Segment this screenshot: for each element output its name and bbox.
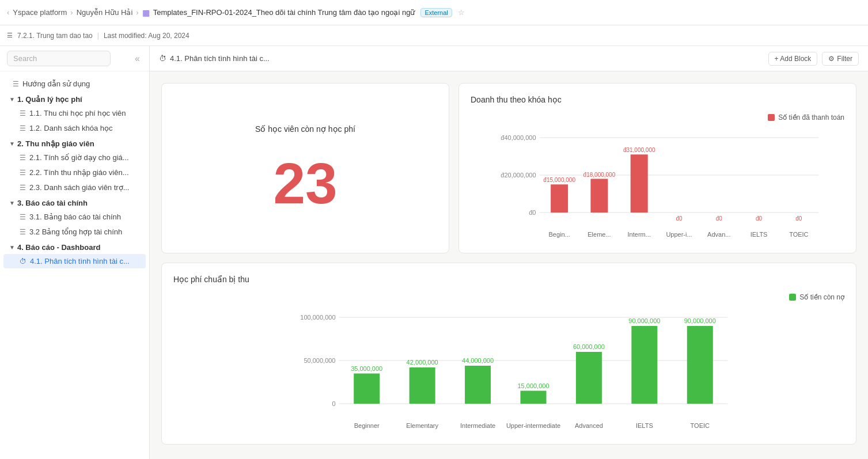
sidebar-section-2[interactable]: ▼ 2. Thu nhập giáo viên [0, 136, 149, 150]
sidebar-item-2-2[interactable]: ☰ 2.2. Tính thu nhập giáo viên... [3, 165, 146, 180]
doc-icon: ☰ [7, 32, 13, 39]
toolbar: ⏱ 4.1. Phân tích tình hình tài c... + Ad… [150, 46, 868, 71]
topbar-sub: ☰ 7.2.1. Trung tam dao tao | Last modifi… [0, 25, 868, 46]
guide-icon: ☰ [13, 80, 19, 88]
revenue-chart-container: đ0đ20,000,000đ40,000,000đ15,000,000Begin… [471, 126, 844, 241]
page-icon: ▦ [142, 8, 150, 17]
crumb2[interactable]: Nguyễn Hữu Hải [77, 8, 133, 17]
metric-card-title: Số học viên còn nợ học phí [255, 124, 355, 134]
sidebar-nav: ☰ Hướng dẫn sử dụng ▼ 1. Quản lý học phí… [0, 71, 149, 459]
svg-rect-38 [521, 391, 547, 404]
sidebar-item-2-1[interactable]: ☰ 2.1. Tính số giờ dạy cho giá... [3, 150, 146, 165]
svg-text:Eleme...: Eleme... [587, 231, 611, 238]
search-input[interactable] [7, 51, 111, 66]
svg-text:Advan...: Advan... [707, 231, 730, 238]
sidebar-collapse-button[interactable]: « [132, 52, 142, 65]
svg-text:42,000,000: 42,000,000 [407, 359, 438, 366]
sidebar: « ☰ Hướng dẫn sử dụng ▼ 1. Quản lý học p… [0, 46, 150, 459]
add-block-button[interactable]: + Add Block [768, 52, 818, 66]
external-badge: External [420, 8, 452, 17]
svg-rect-12 [631, 154, 648, 213]
toolbar-title: ⏱ 4.1. Phân tích tình hình tài c... [159, 54, 270, 63]
svg-text:Advanced: Advanced [575, 422, 603, 429]
star-icon[interactable]: ☆ [458, 8, 465, 17]
metric-big-number: 23 [273, 154, 337, 212]
svg-rect-35 [465, 366, 491, 404]
content-area: Số học viên còn nợ học phí 23 Doanh thu … [150, 71, 868, 456]
sidebar-item-guide[interactable]: ☰ Hướng dẫn sử dụng [3, 77, 146, 91]
sub-modified-label: Last modified: Aug 20, 2024 [104, 32, 189, 40]
bottom-chart-legend: Số tiền còn nợ [173, 293, 844, 301]
doc-icon-1-1: ☰ [20, 109, 26, 117]
svg-text:50,000,000: 50,000,000 [304, 357, 335, 364]
bottom-chart-card: Học phí chuẩn bị thu Số tiền còn nợ 050,… [161, 263, 856, 445]
toolbar-actions: + Add Block ⚙ Filter [768, 52, 859, 66]
sidebar-section-1[interactable]: ▼ 1. Quản lý học phí [0, 92, 149, 105]
svg-text:đ18,000,000: đ18,000,000 [583, 172, 616, 178]
back-icon[interactable]: ‹ [7, 8, 9, 17]
svg-rect-32 [410, 367, 435, 404]
svg-rect-6 [551, 184, 568, 213]
svg-text:Upper-i...: Upper-i... [666, 231, 692, 238]
svg-text:IELTS: IELTS [636, 422, 653, 429]
filter-button[interactable]: ⚙ Filter [822, 52, 859, 66]
topbar: ‹ Yspace platform › Nguyễn Hữu Hải › ▦ T… [0, 0, 868, 25]
page-title-crumb: Templates_FIN-RPO-01-2024_Theo dõi tài c… [153, 8, 415, 17]
filter-icon: ⚙ [828, 55, 835, 63]
svg-text:100,000,000: 100,000,000 [300, 314, 335, 321]
sidebar-item-1-2[interactable]: ☰ 1.2. Danh sách khóa học [3, 121, 146, 135]
svg-text:đ0: đ0 [529, 209, 536, 216]
sidebar-item-3-1[interactable]: ☰ 3.1. Bảng báo cáo tài chính [3, 210, 146, 224]
svg-text:44,000,000: 44,000,000 [462, 357, 494, 364]
sidebar-section-4[interactable]: ▼ 4. Báo cáo - Dashboard [0, 240, 149, 253]
svg-text:đ20,000,000: đ20,000,000 [501, 172, 536, 179]
sidebar-section-3[interactable]: ▼ 3. Báo cáo tài chính [0, 195, 149, 209]
svg-text:Begin...: Begin... [548, 231, 570, 238]
svg-text:đ31,000,000: đ31,000,000 [623, 147, 655, 153]
svg-text:60,000,000: 60,000,000 [573, 343, 605, 350]
doc-icon-2-1: ☰ [20, 154, 26, 162]
svg-text:90,000,000: 90,000,000 [684, 317, 716, 324]
svg-text:Upper-intermediate: Upper-intermediate [506, 422, 560, 429]
arrow-icon-4: ▼ [9, 244, 15, 251]
svg-text:90,000,000: 90,000,000 [628, 317, 660, 324]
svg-text:15,000,000: 15,000,000 [517, 382, 549, 389]
sidebar-item-2-3[interactable]: ☰ 2.3. Danh sách giáo viên trợ... [3, 180, 146, 195]
sidebar-item-4-1[interactable]: ⏱ 4.1. Phân tích tình hình tài c... [3, 254, 146, 268]
legend-dot-red [768, 114, 775, 121]
svg-text:Elementary: Elementary [406, 422, 438, 429]
bottom-chart-container: 050,000,000100,000,00035,000,000Beginner… [173, 306, 844, 433]
svg-text:đ0: đ0 [716, 215, 723, 222]
svg-text:Intermediate: Intermediate [460, 422, 495, 429]
svg-rect-29 [354, 374, 380, 404]
svg-text:35,000,000: 35,000,000 [351, 365, 382, 372]
svg-rect-9 [590, 179, 608, 213]
svg-text:đ0: đ0 [756, 215, 763, 222]
crumb1[interactable]: Yspace platform [13, 8, 67, 17]
svg-rect-47 [687, 326, 713, 404]
toolbar-clock-icon: ⏱ [159, 54, 166, 63]
sidebar-search-area: « [0, 46, 149, 71]
svg-text:đ15,000,000: đ15,000,000 [543, 177, 575, 183]
arrow-icon-1: ▼ [9, 96, 15, 103]
svg-text:IELTS: IELTS [751, 231, 768, 238]
metric-card: Số học viên còn nợ học phí 23 [161, 83, 449, 253]
svg-text:Beginner: Beginner [354, 422, 380, 429]
svg-text:đ0: đ0 [795, 215, 802, 222]
svg-text:Interm...: Interm... [628, 231, 651, 238]
doc-icon-3-2: ☰ [20, 228, 26, 236]
svg-text:TOEIC: TOEIC [789, 231, 808, 238]
doc-icon-2-2: ☰ [20, 169, 26, 177]
sidebar-item-1-1[interactable]: ☰ 1.1. Thu chi học phí học viên [3, 106, 146, 120]
sidebar-item-3-2[interactable]: ☰ 3.2 Bảng tổng hợp tài chính [3, 225, 146, 239]
svg-text:đ0: đ0 [676, 215, 683, 222]
sub-doc-label: 7.2.1. Trung tam dao tao [17, 32, 93, 40]
revenue-chart-title: Doanh thu theo khóa học [471, 95, 844, 104]
revenue-chart-legend: Số tiền đã thanh toán [471, 113, 844, 122]
svg-rect-44 [631, 326, 657, 404]
arrow-icon-3: ▼ [9, 200, 15, 206]
doc-icon-1-2: ☰ [20, 124, 26, 132]
svg-text:đ40,000,000: đ40,000,000 [501, 134, 536, 141]
svg-text:0: 0 [332, 400, 335, 407]
revenue-chart-card: Doanh thu theo khóa học Số tiền đã thanh… [458, 83, 856, 253]
